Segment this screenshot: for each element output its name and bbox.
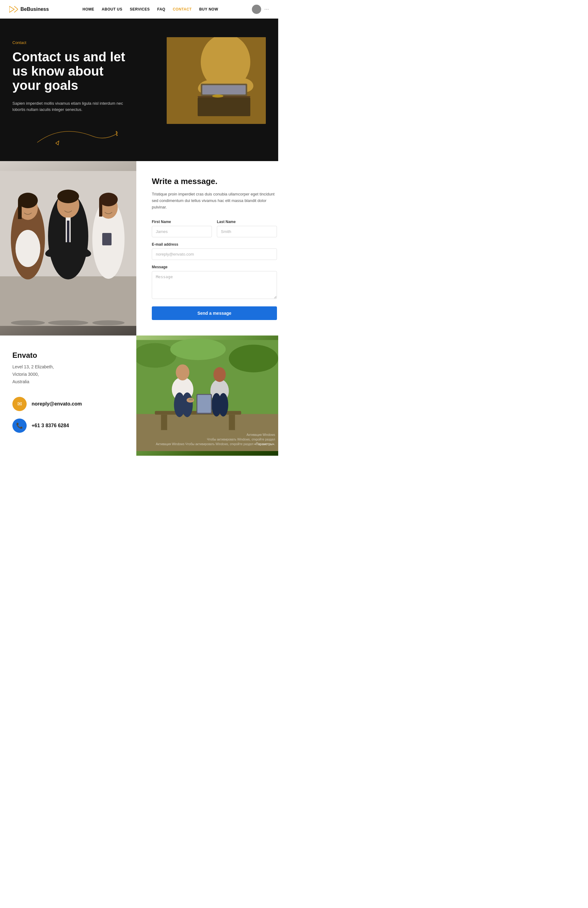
- svg-point-56: [218, 393, 228, 417]
- logo-icon: [9, 5, 18, 14]
- hero-title: Contact us and let us know about your go…: [12, 50, 130, 93]
- message-label: Message: [152, 265, 277, 269]
- form-title: Write a message.: [152, 177, 277, 186]
- svg-point-50: [182, 393, 193, 417]
- hero-content: Contact Contact us and let us know about…: [12, 37, 130, 113]
- svg-point-41: [171, 339, 226, 360]
- logo[interactable]: BeBusiness: [9, 5, 49, 14]
- team-photo: [0, 161, 136, 335]
- svg-rect-22: [18, 200, 22, 219]
- svg-rect-18: [0, 276, 136, 326]
- phone-value: +61 3 8376 6284: [32, 423, 69, 428]
- nav-contact[interactable]: CONTACT: [173, 7, 192, 11]
- svg-rect-58: [197, 395, 211, 413]
- nav-home[interactable]: HOME: [82, 7, 94, 11]
- svg-point-26: [57, 190, 79, 203]
- svg-rect-46: [229, 415, 235, 430]
- first-name-input[interactable]: [152, 226, 212, 237]
- send-button[interactable]: Send a message: [152, 306, 277, 320]
- svg-point-13: [212, 95, 223, 98]
- team-photo-inner: [0, 161, 136, 335]
- svg-point-38: [92, 320, 124, 325]
- svg-line-2: [14, 9, 18, 12]
- contact-section: Envato Level 13, 2 Elizabeth, Victoria 3…: [0, 335, 278, 456]
- svg-rect-11: [202, 85, 246, 95]
- menu-dots-icon[interactable]: ···: [264, 6, 269, 12]
- svg-rect-28: [67, 221, 69, 242]
- contact-address: Level 13, 2 Elizabeth, Victoria 3000, Au…: [12, 363, 124, 385]
- email-item: ✉ noreply@envato.com: [12, 397, 124, 411]
- address-line1: Level 13, 2 Elizabeth,: [12, 364, 54, 369]
- svg-rect-45: [161, 415, 167, 430]
- nav-services[interactable]: SERVICES: [130, 7, 150, 11]
- svg-point-54: [213, 367, 226, 382]
- hero-image-svg: [167, 37, 266, 124]
- svg-point-48: [176, 365, 189, 381]
- message-input[interactable]: [152, 271, 277, 299]
- address-line2: Victoria 3000,: [12, 372, 39, 377]
- svg-rect-9: [198, 96, 250, 98]
- address-line3: Australia: [12, 379, 29, 384]
- deco-lines: [37, 124, 118, 149]
- email-icon-wrap: ✉: [12, 397, 27, 411]
- hero-image: [167, 37, 266, 124]
- svg-marker-0: [9, 6, 14, 12]
- phone-item: 📞 +61 3 8376 6284: [12, 419, 124, 433]
- nav-faq[interactable]: FAQ: [157, 7, 165, 11]
- contact-form-section: Write a message. Tristique proin imperdi…: [136, 161, 278, 335]
- svg-line-1: [14, 6, 18, 9]
- hero-label: Contact: [12, 40, 130, 45]
- email-label: E-mail address: [152, 242, 277, 246]
- svg-rect-12: [198, 98, 250, 116]
- email-group: E-mail address: [152, 242, 277, 260]
- nav-about[interactable]: ABOUT US: [101, 7, 122, 11]
- nav-buynow[interactable]: BUY NOW: [199, 7, 218, 11]
- svg-marker-15: [56, 141, 59, 145]
- last-name-input[interactable]: [217, 226, 277, 237]
- windows-watermark-overlay: Активация Windows Чтобы активировать Win…: [207, 433, 275, 446]
- svg-rect-35: [102, 233, 111, 245]
- phone-icon: 📞: [16, 422, 23, 429]
- svg-rect-52: [188, 399, 193, 401]
- nav-links: HOME ABOUT US SERVICES FAQ CONTACT BUY N…: [82, 7, 218, 11]
- nav-right: ···: [252, 5, 269, 14]
- svg-point-23: [16, 230, 40, 267]
- last-name-label: Last Name: [217, 220, 277, 224]
- svg-point-37: [48, 320, 88, 325]
- team-svg: [0, 171, 136, 326]
- last-name-group: Last Name: [217, 220, 277, 237]
- message-group: Message: [152, 265, 277, 299]
- name-row: First Name Last Name: [152, 220, 277, 237]
- form-description: Tristique proin imperdiet cras duis conu…: [152, 191, 277, 210]
- first-name-group: First Name: [152, 220, 212, 237]
- middle-section: Write a message. Tristique proin imperdi…: [0, 161, 278, 335]
- email-icon: ✉: [17, 401, 22, 407]
- svg-point-42: [229, 345, 278, 373]
- svg-rect-34: [99, 200, 102, 217]
- first-name-label: First Name: [152, 220, 212, 224]
- svg-point-36: [11, 320, 45, 325]
- navbar: BeBusiness HOME ABOUT US SERVICES FAQ CO…: [0, 0, 278, 19]
- contact-photo: Активация Windows Чтобы активировать Win…: [136, 335, 278, 456]
- avatar[interactable]: [252, 5, 261, 14]
- hero-description: Sapien imperdiet mollis vivamus etiam li…: [12, 100, 130, 113]
- company-name: Envato: [12, 351, 124, 360]
- phone-icon-wrap: 📞: [12, 419, 27, 433]
- contact-info: Envato Level 13, 2 Elizabeth, Victoria 3…: [0, 335, 136, 456]
- email-value: noreply@envato.com: [32, 401, 82, 407]
- logo-text: BeBusiness: [21, 6, 49, 12]
- email-input[interactable]: [152, 248, 277, 260]
- hero-section: Contact Contact us and let us know about…: [0, 19, 278, 161]
